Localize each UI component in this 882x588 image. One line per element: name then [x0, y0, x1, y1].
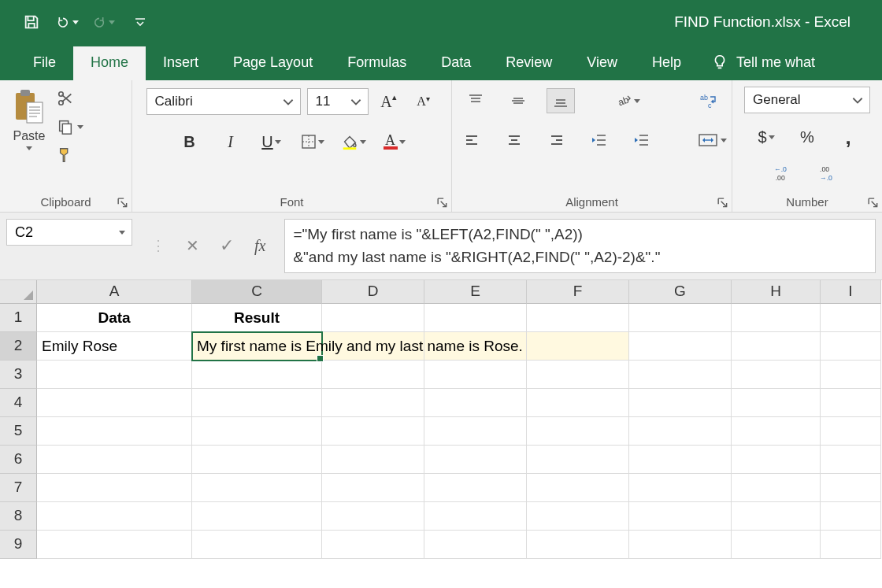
number-launcher-icon[interactable]	[868, 198, 879, 209]
percent-format-button[interactable]: %	[793, 124, 821, 150]
cell-D4[interactable]	[322, 389, 424, 417]
cell-G9[interactable]	[629, 531, 732, 559]
row-header-5[interactable]: 5	[0, 417, 37, 446]
cell-I3[interactable]	[821, 361, 881, 389]
underline-button[interactable]: U	[258, 129, 286, 154]
decrease-font-button[interactable]: A▾	[410, 89, 438, 114]
cell-A3[interactable]	[37, 361, 192, 389]
cell-I8[interactable]	[821, 502, 881, 531]
cell-F8[interactable]	[527, 502, 629, 531]
cell-H5[interactable]	[732, 417, 821, 446]
cell-A1[interactable]: Data	[37, 304, 192, 332]
cell-D8[interactable]	[322, 502, 424, 531]
cell-A2[interactable]: Emily Rose	[37, 332, 192, 361]
cell-D1[interactable]	[322, 304, 424, 332]
number-format-combo[interactable]: General	[744, 87, 870, 113]
tab-help[interactable]: Help	[635, 46, 699, 80]
cells-area[interactable]: DataResultEmily RoseMy first name is Emi…	[37, 304, 881, 559]
bold-button[interactable]: B	[176, 129, 204, 154]
cell-A4[interactable]	[37, 389, 192, 417]
cell-H1[interactable]	[732, 304, 821, 332]
cell-I6[interactable]	[821, 446, 881, 474]
increase-font-button[interactable]: A▴	[375, 89, 403, 114]
cell-C2[interactable]: My first name is Emily and my last name …	[192, 332, 322, 361]
select-all-corner[interactable]	[0, 280, 37, 304]
cell-C9[interactable]	[192, 531, 322, 559]
cell-D6[interactable]	[322, 446, 424, 474]
align-center-button[interactable]	[500, 128, 528, 153]
orientation-button[interactable]: ab	[614, 88, 643, 113]
column-header-G[interactable]: G	[629, 280, 732, 304]
wrap-text-button[interactable]: abc	[695, 88, 723, 113]
cell-E7[interactable]	[424, 474, 527, 502]
column-header-D[interactable]: D	[322, 280, 424, 304]
merge-center-button[interactable]	[699, 128, 727, 153]
tab-review[interactable]: Review	[488, 46, 569, 80]
row-header-3[interactable]: 3	[0, 361, 37, 389]
qat-customize-icon[interactable]	[129, 11, 151, 33]
cell-C8[interactable]	[192, 502, 322, 531]
cell-F5[interactable]	[527, 417, 629, 446]
column-header-A[interactable]: A	[37, 280, 192, 304]
cell-H9[interactable]	[732, 531, 821, 559]
cell-G5[interactable]	[629, 417, 732, 446]
italic-button[interactable]: I	[217, 129, 245, 154]
increase-indent-button[interactable]	[628, 128, 656, 153]
insert-function-button[interactable]: fx	[254, 237, 265, 255]
cell-H3[interactable]	[732, 361, 821, 389]
accounting-format-button[interactable]: $	[752, 124, 780, 150]
cell-H6[interactable]	[732, 446, 821, 474]
name-box[interactable]: C2	[6, 219, 132, 246]
increase-decimal-button[interactable]: ←.0.00	[770, 161, 799, 186]
redo-button[interactable]	[93, 11, 115, 33]
paste-button[interactable]: Paste	[6, 85, 52, 153]
align-top-button[interactable]	[461, 88, 490, 113]
cell-I9[interactable]	[821, 531, 881, 559]
align-middle-button[interactable]	[504, 88, 532, 113]
format-painter-button[interactable]	[57, 145, 83, 165]
cell-E8[interactable]	[424, 502, 527, 531]
cell-E3[interactable]	[424, 361, 527, 389]
cell-H8[interactable]	[732, 502, 821, 531]
cell-C7[interactable]	[192, 474, 322, 502]
font-launcher-icon[interactable]	[437, 198, 448, 209]
cell-E9[interactable]	[424, 531, 527, 559]
tab-insert[interactable]: Insert	[146, 46, 216, 80]
cell-F9[interactable]	[527, 531, 629, 559]
cell-E1[interactable]	[424, 304, 527, 332]
column-header-E[interactable]: E	[424, 280, 527, 304]
cell-A6[interactable]	[37, 446, 192, 474]
cell-I4[interactable]	[821, 389, 881, 417]
cell-I2[interactable]	[821, 332, 881, 361]
cell-C5[interactable]	[192, 417, 322, 446]
alignment-launcher-icon[interactable]	[717, 198, 728, 209]
cell-I7[interactable]	[821, 474, 881, 502]
column-header-I[interactable]: I	[821, 280, 881, 304]
clipboard-launcher-icon[interactable]	[117, 198, 128, 209]
cell-H7[interactable]	[732, 474, 821, 502]
font-size-combo[interactable]: 11	[307, 88, 369, 115]
cell-A9[interactable]	[37, 531, 192, 559]
cell-G8[interactable]	[629, 502, 732, 531]
cell-H2[interactable]	[732, 332, 821, 361]
column-header-C[interactable]: C	[192, 280, 322, 304]
tab-home[interactable]: Home	[73, 46, 146, 80]
fill-color-button[interactable]	[339, 129, 368, 154]
accept-formula-button[interactable]: ✓	[220, 235, 234, 256]
cell-F4[interactable]	[527, 389, 629, 417]
cell-D7[interactable]	[322, 474, 424, 502]
align-right-button[interactable]	[543, 128, 571, 153]
cell-C6[interactable]	[192, 446, 322, 474]
row-header-6[interactable]: 6	[0, 446, 37, 474]
undo-button[interactable]	[57, 11, 79, 33]
cell-F3[interactable]	[527, 361, 629, 389]
cell-I1[interactable]	[821, 304, 881, 332]
comma-format-button[interactable]: ,	[834, 124, 862, 150]
cell-G1[interactable]	[629, 304, 732, 332]
cell-D5[interactable]	[322, 417, 424, 446]
row-header-9[interactable]: 9	[0, 531, 37, 559]
spreadsheet-grid[interactable]: ACDEFGHI 123456789 DataResultEmily RoseM…	[0, 280, 882, 588]
tell-me-search[interactable]: Tell me what	[699, 46, 818, 80]
align-left-button[interactable]	[458, 128, 486, 153]
cancel-formula-button[interactable]: ✕	[186, 236, 199, 255]
